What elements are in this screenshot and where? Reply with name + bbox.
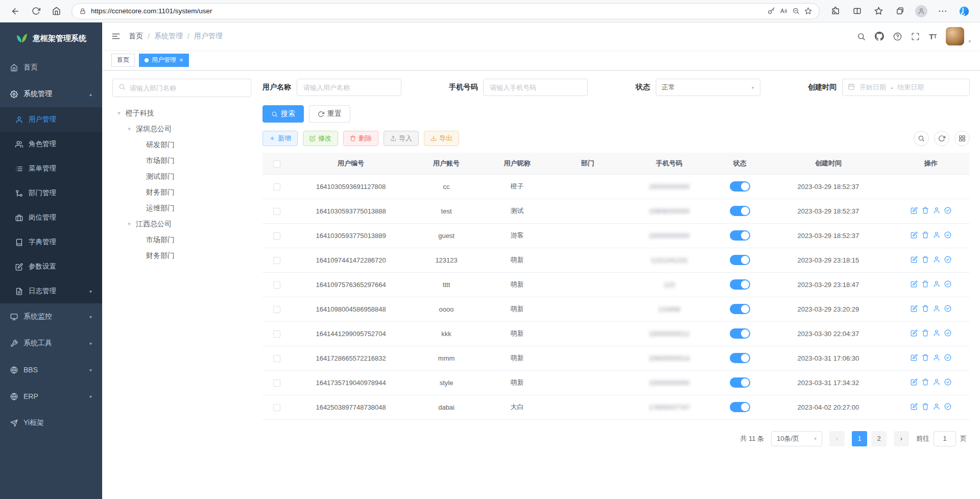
sidebar-item-post-mgmt[interactable]: 岗位管理 — [0, 205, 102, 230]
close-icon[interactable]: × — [179, 56, 183, 64]
tree-node[interactable]: 市场部门 — [112, 232, 251, 248]
edit-button[interactable] — [909, 279, 920, 290]
page-size-select[interactable]: 10条/页 ▾ — [771, 431, 822, 446]
edit-button[interactable] — [909, 377, 920, 388]
extensions-icon[interactable] — [827, 3, 844, 19]
row-checkbox[interactable] — [273, 183, 280, 191]
prev-page-button[interactable]: ‹ — [829, 431, 845, 446]
assign-role-button[interactable] — [942, 230, 953, 241]
page-button-1[interactable]: 1 — [852, 431, 867, 446]
reset-password-button[interactable] — [931, 230, 942, 241]
tree-node[interactable]: 财务部门 — [112, 248, 251, 264]
read-aloud-icon[interactable] — [780, 7, 787, 15]
split-screen-icon[interactable] — [848, 3, 866, 19]
edit-button[interactable] — [909, 230, 920, 241]
caret-down-icon[interactable]: ▾ — [115, 110, 123, 116]
reset-password-button[interactable] — [931, 255, 942, 266]
assign-role-button[interactable] — [942, 255, 953, 266]
user-avatar[interactable] — [946, 27, 964, 45]
row-checkbox[interactable] — [273, 330, 280, 338]
sidebar-item-erp[interactable]: ERP ▾ — [0, 383, 102, 410]
add-button[interactable]: 新增 — [262, 131, 298, 146]
reset-password-button[interactable] — [931, 279, 942, 290]
refresh-button[interactable] — [28, 3, 44, 19]
row-checkbox[interactable] — [273, 379, 280, 387]
delete-button[interactable]: 删除 — [343, 131, 378, 146]
sidebar-item-system-monitor[interactable]: 系统监控 ▾ — [0, 303, 102, 330]
sidebar-item-system-tools[interactable]: 系统工具 ▾ — [0, 330, 102, 357]
import-button[interactable]: 导入 — [384, 131, 419, 146]
export-button[interactable]: 导出 — [424, 131, 459, 146]
sidebar-item-log-mgmt[interactable]: 日志管理 ▾ — [0, 279, 102, 303]
row-checkbox[interactable] — [273, 355, 280, 362]
page-button-2[interactable]: 2 — [871, 431, 887, 446]
favorites-icon[interactable] — [870, 3, 887, 19]
assign-role-button[interactable] — [942, 279, 953, 290]
assign-role-button[interactable] — [942, 353, 953, 364]
delete-button[interactable] — [920, 402, 931, 413]
zoom-out-icon[interactable] — [792, 7, 800, 15]
row-checkbox[interactable] — [273, 281, 280, 289]
row-checkbox[interactable] — [273, 257, 280, 264]
row-checkbox[interactable] — [273, 404, 280, 411]
profile-avatar[interactable] — [913, 3, 930, 19]
status-toggle[interactable] — [730, 230, 750, 241]
row-checkbox[interactable] — [273, 232, 280, 240]
search-button[interactable]: 搜索 — [262, 105, 304, 123]
caret-down-icon[interactable]: ▾ — [126, 221, 133, 227]
reset-password-button[interactable] — [931, 328, 942, 339]
delete-button[interactable] — [920, 206, 931, 217]
delete-button[interactable] — [920, 255, 931, 266]
sidebar-item-bbs[interactable]: BBS ▾ — [0, 357, 102, 383]
column-settings-button[interactable] — [954, 131, 970, 146]
app-logo[interactable]: 意框架管理系统 — [0, 22, 102, 54]
sidebar-item-menu-mgmt[interactable]: 菜单管理 — [0, 156, 102, 181]
edit-button[interactable] — [909, 206, 920, 217]
sidebar-item-dict-mgmt[interactable]: 字典管理 — [0, 230, 102, 254]
assign-role-button[interactable] — [942, 402, 953, 413]
sidebar-item-param-settings[interactable]: 参数设置 — [0, 254, 102, 279]
tree-node[interactable]: 财务部门 — [112, 184, 251, 200]
sidebar-item-role-mgmt[interactable]: 角色管理 — [0, 132, 102, 156]
goto-page-input[interactable] — [934, 431, 956, 446]
reset-password-button[interactable] — [931, 206, 942, 217]
row-checkbox[interactable] — [273, 306, 280, 313]
edit-button[interactable] — [909, 328, 920, 339]
tree-node[interactable]: ▾深圳总公司 — [112, 121, 251, 137]
delete-button[interactable] — [920, 353, 931, 364]
status-toggle[interactable] — [730, 255, 750, 265]
status-toggle[interactable] — [730, 206, 750, 216]
date-range-picker[interactable]: 开始日期 - 结束日期 — [842, 79, 970, 96]
delete-button[interactable] — [920, 377, 931, 388]
copilot-icon[interactable] — [955, 3, 973, 19]
next-page-button[interactable]: › — [894, 431, 909, 446]
more-menu-icon[interactable]: ⋯ — [934, 3, 951, 19]
help-icon[interactable] — [893, 32, 902, 41]
assign-role-button[interactable] — [942, 206, 953, 217]
breadcrumb-home[interactable]: 首页 — [129, 32, 143, 41]
font-size-icon[interactable]: TT — [929, 32, 937, 41]
reset-password-button[interactable] — [931, 353, 942, 364]
status-toggle[interactable] — [730, 377, 750, 388]
assign-role-button[interactable] — [942, 328, 953, 339]
select-all-checkbox[interactable] — [273, 160, 280, 168]
refresh-table-button[interactable] — [934, 131, 949, 146]
search-icon[interactable] — [857, 32, 866, 41]
modify-button[interactable]: 修改 — [303, 131, 338, 146]
reset-button[interactable]: 重置 — [309, 105, 350, 123]
delete-button[interactable] — [920, 230, 931, 241]
status-toggle[interactable] — [730, 402, 750, 412]
caret-down-icon[interactable]: ▾ — [126, 126, 133, 132]
sidebar-item-system-mgmt[interactable]: 系统管理 ▴ — [0, 81, 102, 107]
phone-input[interactable] — [483, 79, 588, 96]
status-toggle[interactable] — [730, 181, 750, 192]
status-toggle[interactable] — [730, 328, 750, 339]
tree-node[interactable]: ▾橙子科技 — [112, 105, 251, 121]
edit-button[interactable] — [909, 255, 920, 266]
key-icon[interactable] — [768, 7, 775, 15]
reset-password-button[interactable] — [931, 304, 942, 315]
toggle-search-button[interactable] — [914, 131, 929, 146]
delete-button[interactable] — [920, 304, 931, 315]
status-toggle[interactable] — [730, 279, 750, 290]
edit-button[interactable] — [909, 353, 920, 364]
